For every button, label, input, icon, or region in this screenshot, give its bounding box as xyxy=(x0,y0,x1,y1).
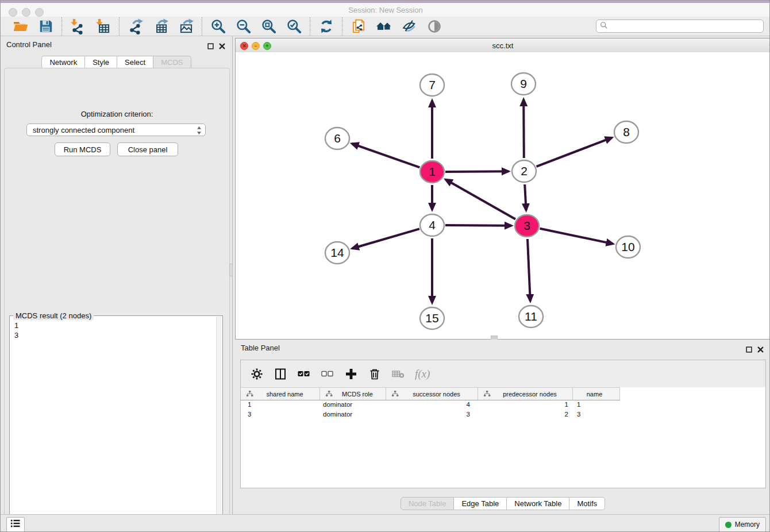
attribute-tree-icon xyxy=(247,391,253,397)
graph-node-9[interactable]: 9 xyxy=(511,73,536,95)
svg-text:15: 15 xyxy=(425,311,438,325)
table-body[interactable]: 1dominator4113dominator323 xyxy=(241,400,765,419)
graph-edge-1-2[interactable] xyxy=(445,171,509,172)
add-row-icon[interactable] xyxy=(344,367,358,381)
tab-network-table[interactable]: Network Table xyxy=(507,497,569,510)
export-image-icon[interactable] xyxy=(178,18,195,35)
graph-node-8[interactable]: 8 xyxy=(614,121,638,143)
table-row[interactable]: 1dominator411 xyxy=(241,400,765,410)
tab-node-table[interactable]: Node Table xyxy=(401,497,455,510)
zoom-out-icon[interactable] xyxy=(235,18,252,35)
search-icon xyxy=(600,21,608,32)
mcds-result-text[interactable]: 1 3 xyxy=(10,317,217,532)
settings-gear-icon[interactable] xyxy=(250,367,264,381)
search-input[interactable] xyxy=(610,21,763,32)
graph-edge-3-1[interactable] xyxy=(446,179,516,219)
table-cell[interactable]: 1 xyxy=(241,400,320,410)
open-session-icon[interactable] xyxy=(12,18,29,35)
export-network-icon[interactable] xyxy=(127,18,144,35)
graph-node-11[interactable]: 11 xyxy=(519,306,543,327)
column-header-name[interactable]: name xyxy=(573,388,620,400)
select-all-icon[interactable] xyxy=(297,367,311,381)
memory-label: Memory xyxy=(735,521,760,529)
graph-node-7[interactable]: 7 xyxy=(420,74,444,96)
zoom-fit-icon[interactable] xyxy=(260,18,278,35)
task-history-button[interactable] xyxy=(6,517,25,532)
close-panel-button[interactable]: Close panel xyxy=(117,142,178,156)
tab-select[interactable]: Select xyxy=(117,56,153,69)
graph-edge-4-14[interactable] xyxy=(352,229,419,248)
graph-edge-4-3[interactable] xyxy=(445,225,511,226)
column-header-successor-nodes[interactable]: successor nodes xyxy=(386,388,478,400)
column-header-MCDS-role[interactable]: MCDS role xyxy=(320,388,386,400)
graph-node-15[interactable]: 15 xyxy=(420,307,444,329)
table-cell[interactable]: dominator xyxy=(320,400,386,410)
titlebar[interactable]: Session: New Session xyxy=(1,3,770,17)
graph-edge-2-9[interactable] xyxy=(523,99,524,158)
search-field[interactable] xyxy=(596,20,764,33)
zoom-selected-icon[interactable] xyxy=(286,18,303,35)
node-table-container: f(x) shared nameMCDS rolesuccessor nodes… xyxy=(240,360,766,488)
hide-graphics-icon[interactable] xyxy=(426,18,443,35)
graph-edge-2-3[interactable] xyxy=(525,184,526,210)
graph-node-4[interactable]: 4 xyxy=(420,214,444,236)
close-panel-icon[interactable] xyxy=(219,41,225,52)
graph-edge-2-8[interactable] xyxy=(537,138,612,167)
close-panel-icon[interactable] xyxy=(757,345,764,355)
tab-mcds[interactable]: MCDS xyxy=(153,56,191,69)
result-scrollbar[interactable] xyxy=(216,317,222,532)
table-cell[interactable]: 2 xyxy=(478,410,573,419)
table-header-row[interactable]: shared nameMCDS rolesuccessor nodesprede… xyxy=(241,387,620,400)
save-session-icon[interactable] xyxy=(37,18,55,35)
table-cell[interactable]: 3 xyxy=(573,410,620,419)
network-view-window: scc.txt 1234678910111415 xyxy=(235,38,770,340)
home-icon[interactable] xyxy=(375,18,392,35)
float-panel-icon[interactable] xyxy=(207,41,214,52)
deselect-all-icon[interactable] xyxy=(321,367,334,381)
import-network-icon[interactable] xyxy=(70,18,87,35)
tab-style[interactable]: Style xyxy=(85,56,117,69)
graph-node-1[interactable]: 1 xyxy=(420,161,444,183)
network-window-title: scc.txt xyxy=(236,38,770,52)
table-cell[interactable]: dominator xyxy=(320,410,386,419)
dropdown-stepper-icon xyxy=(197,126,202,137)
table-row[interactable]: 3dominator323 xyxy=(241,410,765,419)
criterion-dropdown[interactable]: strongly connected component xyxy=(26,124,206,136)
graph-node-3[interactable]: 3 xyxy=(515,215,539,237)
duplicate-network-icon[interactable] xyxy=(350,18,367,35)
import-table-icon[interactable] xyxy=(95,18,112,35)
table-cell[interactable]: 1 xyxy=(478,400,573,410)
column-label: shared name xyxy=(253,391,319,398)
network-window-titlebar[interactable]: scc.txt xyxy=(236,38,770,53)
graph-node-6[interactable]: 6 xyxy=(325,128,349,149)
apply-style-icon[interactable] xyxy=(401,18,418,35)
table-cell[interactable]: 3 xyxy=(241,410,320,419)
graph-node-14[interactable]: 14 xyxy=(325,242,349,264)
graph-node-10[interactable]: 10 xyxy=(616,236,640,258)
memory-button[interactable]: Memory xyxy=(719,517,766,532)
status-bar: Memory xyxy=(1,514,770,532)
table-cell[interactable]: 1 xyxy=(573,400,620,410)
tab-motifs[interactable]: Motifs xyxy=(569,497,605,510)
run-mcds-button[interactable]: Run MCDS xyxy=(55,142,110,156)
export-table-icon[interactable] xyxy=(152,18,170,35)
show-columns-icon[interactable] xyxy=(274,367,287,381)
panel-splitter-grip[interactable] xyxy=(229,264,233,276)
refresh-icon[interactable] xyxy=(318,18,335,35)
tab-network[interactable]: Network xyxy=(41,56,85,69)
float-panel-icon[interactable] xyxy=(746,345,752,355)
network-graph-canvas[interactable]: 1234678910111415 xyxy=(236,52,770,337)
graph-node-2[interactable]: 2 xyxy=(512,160,536,182)
graph-edge-3-11[interactable] xyxy=(528,239,530,301)
graph-edge-1-6[interactable] xyxy=(352,144,420,167)
column-label: successor nodes xyxy=(399,391,478,398)
table-cell[interactable]: 3 xyxy=(386,410,478,419)
control-panel: Control Panel NetworkStyleSelectMCDS Opt… xyxy=(1,36,233,514)
column-header-predecessor-nodes[interactable]: predecessor nodes xyxy=(478,388,573,400)
column-header-shared-name[interactable]: shared name xyxy=(241,388,320,400)
table-cell[interactable]: 4 xyxy=(386,400,478,410)
zoom-in-icon[interactable] xyxy=(210,18,227,35)
tab-edge-table[interactable]: Edge Table xyxy=(454,497,507,510)
delete-row-icon[interactable] xyxy=(368,367,382,381)
graph-edge-3-10[interactable] xyxy=(540,229,613,244)
